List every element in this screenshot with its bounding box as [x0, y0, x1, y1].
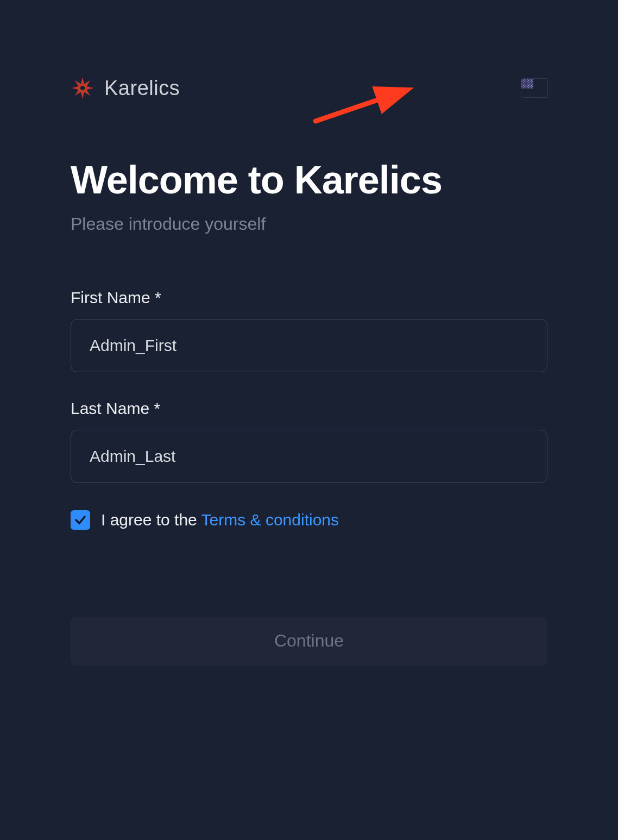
last-name-label: Last Name *: [71, 399, 547, 418]
last-name-group: Last Name *: [71, 399, 547, 483]
page-subtitle: Please introduce yourself: [71, 214, 547, 234]
consent-text: I agree to the Terms & conditions: [101, 511, 339, 529]
check-icon: [74, 513, 87, 526]
flag-us-icon: [521, 79, 547, 97]
brand-icon: [71, 76, 94, 100]
first-name-label: First Name *: [71, 289, 547, 307]
header: Karelics: [71, 76, 547, 100]
page-title: Welcome to Karelics: [71, 160, 547, 201]
first-name-group: First Name *: [71, 289, 547, 372]
continue-button[interactable]: Continue: [71, 617, 547, 666]
brand-name: Karelics: [104, 77, 180, 100]
consent-prefix: I agree to the: [101, 511, 201, 529]
language-flag-button[interactable]: [521, 79, 547, 97]
consent-checkbox[interactable]: [71, 510, 90, 530]
consent-row: I agree to the Terms & conditions: [71, 510, 547, 530]
terms-link[interactable]: Terms & conditions: [201, 511, 339, 529]
brand-logo: Karelics: [71, 76, 180, 100]
first-name-input[interactable]: [71, 319, 547, 372]
last-name-input[interactable]: [71, 430, 547, 483]
